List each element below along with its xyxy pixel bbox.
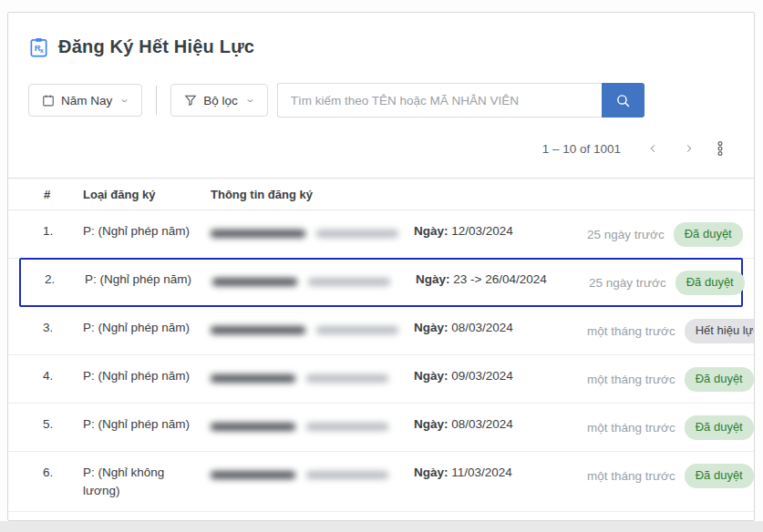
redacted-employee-name	[211, 319, 414, 337]
blurred-employee-code	[306, 471, 388, 479]
blurred-employee-code	[316, 326, 398, 334]
redacted-employee-name	[212, 271, 416, 289]
table-row-selected[interactable]: 2. P: (Nghỉ phép năm) Ngày: 23 -> 26/04/…	[19, 258, 743, 307]
time-ago: 25 ngày trước	[589, 274, 666, 292]
registration-date: Ngày: 08/03/2024	[414, 319, 587, 337]
row-index: 3.	[28, 319, 83, 337]
page-header: R x Đăng Ký Hết Hiệu Lực	[8, 13, 754, 57]
chevron-right-icon	[684, 142, 694, 155]
chevron-down-icon	[246, 97, 254, 105]
blurred-employee-code	[306, 423, 388, 431]
redacted-employee-name	[211, 367, 414, 385]
table-header-row: # Loại đăng ký Thông tin đăng ký	[8, 178, 754, 210]
time-ago: một tháng trước	[587, 371, 675, 389]
registration-type: P: (Nghỉ phép năm)	[83, 415, 211, 434]
column-header-index: #	[28, 188, 83, 201]
pagination: 1 – 10 of 1001	[8, 118, 754, 178]
time-ago: một tháng trước	[587, 419, 675, 437]
time-ago: một tháng trước	[587, 467, 675, 486]
table-row[interactable]: 4. P: (Nghỉ phép năm) Ngày: 09/03/2024 m…	[8, 355, 754, 404]
column-options-button[interactable]	[706, 136, 730, 161]
column-header-info: Thông tin đăng ký	[211, 188, 414, 201]
date-range-button[interactable]: Năm Nay	[28, 84, 142, 117]
registration-type: P: (Nghỉ phép năm)	[83, 222, 211, 240]
filter-label: Bộ lọc	[203, 94, 238, 107]
next-page-button[interactable]	[671, 137, 706, 160]
redacted-employee-name	[211, 415, 414, 434]
row-index: 4.	[28, 367, 83, 385]
redacted-employee-name	[211, 464, 414, 482]
table-row[interactable]: 6. P: (Nghỉ không lương) Ngày: 11/03/202…	[8, 452, 754, 512]
page-title: Đăng Ký Hết Hiệu Lực	[58, 36, 254, 57]
registration-type: P: (Nghỉ phép năm)	[83, 367, 211, 385]
chevron-left-icon	[648, 142, 658, 155]
search-group	[277, 83, 644, 118]
table-row[interactable]: 5. P: (Nghỉ phép năm) Ngày: 08/03/2024 m…	[8, 404, 754, 452]
time-ago: 25 ngày trước	[587, 226, 665, 244]
registration-date: Ngày: 23 -> 26/04/2024	[416, 271, 589, 289]
vertical-dots-icon	[717, 141, 723, 156]
registration-date: Ngày: 09/03/2024	[414, 367, 587, 385]
status-badge: Đã duyệt	[685, 367, 754, 392]
registration-date: Ngày: 11/03/2024	[414, 464, 587, 482]
registration-date: Ngày: 08/03/2024	[414, 415, 587, 434]
date-range-label: Năm Nay	[61, 94, 112, 107]
page: R x Đăng Ký Hết Hiệu Lực Năm Nay Bộ lọc	[0, 0, 763, 532]
registration-date: Ngày: 12/03/2024	[414, 222, 587, 240]
funnel-icon	[184, 94, 197, 107]
search-button[interactable]	[602, 83, 644, 118]
status-badge: Đã duyệt	[674, 222, 743, 247]
chevron-down-icon	[120, 97, 129, 105]
pagination-range: 1 – 10 of 1001	[542, 142, 621, 156]
row-index: 2.	[30, 271, 85, 289]
calendar-icon	[42, 94, 55, 107]
filter-button[interactable]: Bộ lọc	[170, 84, 268, 117]
status-badge: Hết hiệu lực	[685, 319, 755, 343]
page-section-divider	[0, 521, 763, 532]
toolbar: Năm Nay Bộ lọc	[8, 57, 754, 118]
blurred-employee-code	[306, 374, 388, 383]
search-input[interactable]	[277, 83, 602, 118]
column-header-type: Loại đăng ký	[83, 188, 211, 201]
previous-page-button[interactable]	[635, 137, 671, 160]
blurred-name	[212, 278, 297, 286]
table-row[interactable]: 7. Buổi làm việc Tháng: 9 - 2023 một thá…	[8, 512, 754, 521]
redacted-employee-name	[211, 222, 414, 240]
clipboard-rx-icon: R x	[28, 36, 49, 57]
blurred-employee-code	[316, 230, 398, 238]
blurred-name	[211, 230, 305, 238]
blurred-name	[211, 326, 305, 334]
table-row[interactable]: 3. P: (Nghỉ phép năm) Ngày: 08/03/2024 m…	[8, 307, 754, 355]
table-row[interactable]: 1. P: (Nghỉ phép năm) Ngày: 12/03/2024 2…	[8, 210, 754, 259]
search-icon	[615, 93, 631, 108]
registration-type: P: (Nghỉ phép năm)	[83, 319, 211, 337]
status-badge: Đã duyệt	[675, 271, 745, 295]
row-index: 6.	[28, 464, 83, 482]
expired-registrations-card: R x Đăng Ký Hết Hiệu Lực Năm Nay Bộ lọc	[7, 12, 755, 521]
blurred-name	[211, 374, 295, 383]
blurred-name	[211, 471, 295, 479]
blurred-name	[211, 423, 295, 431]
registration-type: P: (Nghỉ phép năm)	[85, 271, 212, 289]
row-index: 1.	[28, 222, 83, 240]
registrations-table: # Loại đăng ký Thông tin đăng ký 1. P: (…	[8, 178, 754, 521]
svg-text:x: x	[40, 47, 44, 54]
row-index: 5.	[28, 415, 83, 434]
time-ago: một tháng trước	[587, 322, 675, 341]
blurred-employee-code	[308, 278, 390, 286]
status-badge: Đã duyệt	[685, 415, 754, 440]
status-badge: Đã duyệt	[685, 464, 754, 488]
registration-type: P: (Nghỉ không lương)	[83, 464, 211, 500]
toolbar-divider	[156, 86, 157, 115]
